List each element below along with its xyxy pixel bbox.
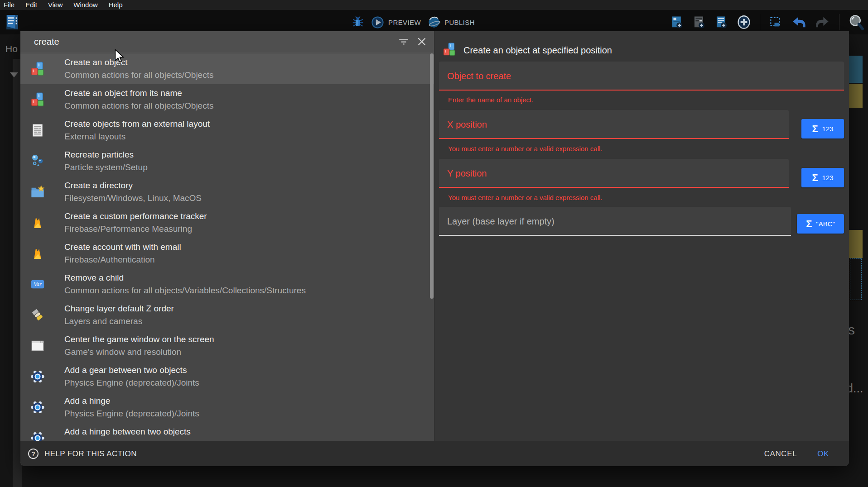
- y-position-input[interactable]: Y position: [439, 159, 789, 188]
- action-title: Add a hinge: [64, 396, 199, 406]
- action-list-item[interactable]: Add a hingePhysics Engine (deprecated)/J…: [20, 392, 434, 423]
- layers-icon: [30, 307, 45, 323]
- action-subtitle: Common actions for all objects/Objects: [64, 100, 213, 111]
- filter-button[interactable]: [398, 36, 410, 48]
- action-list-item[interactable]: Change layer default Z orderLayers and c…: [20, 300, 434, 330]
- action-list-item[interactable]: Add a gear between two objectsPhysics En…: [20, 361, 434, 392]
- background-object-teal: [849, 56, 863, 83]
- menu-file[interactable]: File: [0, 0, 20, 10]
- particles-icon: [30, 153, 45, 169]
- help-icon: ?: [28, 449, 39, 459]
- form-header: Create an object at specified position: [442, 42, 612, 58]
- action-title: Create objects from an external layout: [64, 119, 210, 129]
- action-list-item[interactable]: Create a directoryFilesystem/Windows, Li…: [20, 177, 434, 207]
- action-title: Create account with with email: [64, 242, 181, 253]
- project-manager-button[interactable]: [5, 14, 20, 31]
- dialog-footer: ? HELP FOR THIS ACTION CANCEL OK: [20, 441, 849, 466]
- help-for-this-action-button[interactable]: ? HELP FOR THIS ACTION: [28, 449, 137, 459]
- firebase-flame-icon: [30, 215, 45, 230]
- publish-button[interactable]: [427, 15, 441, 29]
- action-list: Create an objectCommon actions for all o…: [20, 53, 434, 466]
- object-to-create-input[interactable]: Object to create: [439, 62, 844, 91]
- search-icon: [848, 14, 864, 31]
- layer-input[interactable]: Layer (base layer if empty): [439, 207, 791, 236]
- action-list-item[interactable]: Create a custom performance trackerFireb…: [20, 207, 434, 238]
- firebase-flame-icon: [30, 246, 45, 261]
- background-text-fragment: s: [848, 322, 855, 338]
- y-position-error: You must enter a number or a valid expre…: [448, 194, 602, 201]
- menu-bar: File Edit View Window Help: [0, 0, 868, 10]
- search-bar: create: [20, 31, 434, 53]
- add-scene-icon: [670, 15, 684, 29]
- sigma-icon: Σ: [812, 173, 818, 183]
- play-icon: [371, 16, 384, 29]
- chevron-down-icon[interactable]: [10, 72, 18, 77]
- background-object-olive: [849, 84, 863, 108]
- add-external-events-button[interactable]: [692, 15, 706, 29]
- layer-placeholder: Layer (base layer if empty): [439, 216, 555, 227]
- action-subtitle: Physics Engine (deprecated)/Joints: [64, 377, 199, 388]
- action-list-item[interactable]: VarRemove a childCommon actions for all …: [20, 269, 434, 300]
- action-list-item[interactable]: Create account with with emailFirebase/A…: [20, 238, 434, 269]
- y-expression-button[interactable]: Σ 123: [801, 168, 844, 187]
- physics-gear-icon: [30, 400, 45, 415]
- publish-label[interactable]: PUBLISH: [444, 19, 475, 26]
- objects-cubes-icon: [442, 42, 457, 58]
- x-expression-button[interactable]: Σ 123: [801, 119, 844, 138]
- undo-button[interactable]: [791, 15, 806, 29]
- choose-action-dialog: create Create an objectCommon actions fo…: [20, 31, 849, 466]
- action-title: Center the game window on the screen: [64, 334, 214, 345]
- search-button[interactable]: [848, 14, 864, 31]
- undo-icon: [791, 15, 806, 29]
- y-position-placeholder: Y position: [439, 168, 487, 179]
- add-button[interactable]: [737, 14, 751, 30]
- action-title: Create an object: [64, 57, 213, 68]
- toolbar-separator: [760, 14, 760, 30]
- redo-icon: [815, 15, 830, 29]
- action-subtitle: Common actions for all objects/Variables…: [64, 285, 306, 296]
- x-position-input[interactable]: X position: [439, 110, 789, 139]
- search-input[interactable]: create: [20, 37, 398, 47]
- objects-cubes-icon: [30, 61, 45, 76]
- menu-view[interactable]: View: [43, 0, 68, 10]
- action-list-item[interactable]: Create an objectCommon actions for all o…: [20, 53, 434, 84]
- layer-expression-button[interactable]: Σ "ABC": [797, 214, 844, 234]
- action-list-item[interactable]: Center the game window on the screenGame…: [20, 330, 434, 361]
- debug-button[interactable]: [351, 15, 365, 29]
- cancel-button[interactable]: CANCEL: [764, 449, 797, 458]
- sigma-icon: Σ: [806, 219, 812, 229]
- menu-help[interactable]: Help: [103, 0, 128, 10]
- list-scrollbar[interactable]: [430, 53, 434, 299]
- selection-tool-button[interactable]: [769, 15, 782, 29]
- action-title: Change layer default Z order: [64, 303, 174, 314]
- menu-edit[interactable]: Edit: [20, 0, 43, 10]
- objects-cubes-icon: [30, 92, 45, 107]
- preview-label[interactable]: PREVIEW: [388, 19, 421, 26]
- action-list-item[interactable]: Create an object from its nameCommon act…: [20, 84, 434, 115]
- action-form-panel: Create an object at specified position O…: [434, 31, 849, 466]
- x-position-error: You must enter a number or a valid expre…: [448, 145, 602, 153]
- form-title: Create an object at specified position: [463, 45, 612, 56]
- add-external-events-icon: [692, 15, 706, 29]
- close-button[interactable]: [416, 36, 428, 48]
- x-position-placeholder: X position: [439, 119, 487, 130]
- sigma-icon: Σ: [812, 124, 818, 134]
- action-list-item[interactable]: Recreate particlesParticle system/Setup: [20, 146, 434, 177]
- preview-button[interactable]: [371, 16, 384, 29]
- action-list-panel: create Create an objectCommon actions fo…: [20, 31, 434, 466]
- action-title: Recreate particles: [64, 149, 148, 160]
- action-subtitle: Physics Engine (deprecated)/Joints: [64, 408, 199, 419]
- toolbar: PREVIEW PUBLISH: [0, 10, 868, 34]
- plus-circle-icon: [737, 14, 751, 30]
- selection-dashed-icon: [769, 15, 782, 29]
- action-subtitle: Particle system/Setup: [64, 162, 148, 173]
- globe-icon: [427, 15, 441, 29]
- add-external-layout-button[interactable]: [714, 15, 728, 29]
- action-title: Add a gear between two objects: [64, 365, 199, 376]
- add-scene-button[interactable]: [670, 15, 684, 29]
- action-list-item[interactable]: Create objects from an external layoutEx…: [20, 115, 434, 146]
- menu-window[interactable]: Window: [68, 0, 103, 10]
- redo-button[interactable]: [815, 15, 830, 29]
- ok-button[interactable]: OK: [817, 449, 829, 458]
- background-selection-outline: [850, 258, 862, 300]
